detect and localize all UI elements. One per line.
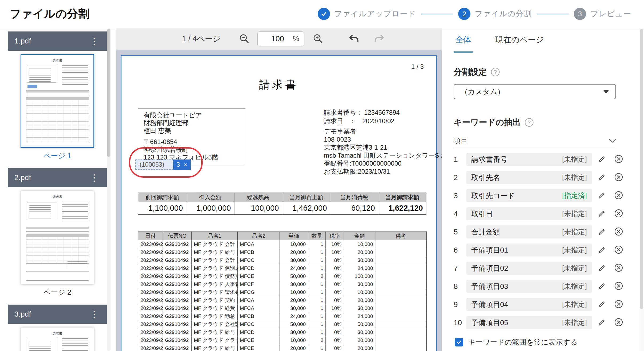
keyword-selection-text[interactable]: (100053): [135, 159, 173, 170]
undo-button[interactable]: [347, 31, 362, 46]
detail-table-cell: MFCA: [238, 240, 280, 248]
detail-table-cell: MF クラウド 契約: [192, 296, 238, 304]
keyword-extraction-help-icon[interactable]: ?: [525, 118, 533, 127]
keyword-item-clear-button[interactable]: [612, 317, 625, 329]
summary-header-cell: 当月御請求額: [378, 193, 426, 202]
tab-whole-file[interactable]: 全体: [454, 28, 473, 53]
document-page[interactable]: 1 / 3 請求書 有限会社ユートピア財務部門経理部植田 恵美〒661-0854…: [121, 55, 437, 351]
keyword-item-slot[interactable]: 合計金額 [未指定]: [466, 225, 592, 238]
keyword-item-clear-button[interactable]: [612, 280, 625, 293]
page-thumbnail[interactable]: 請求書: [21, 328, 94, 351]
keyword-item-edit-button[interactable]: [596, 280, 608, 293]
kebab-menu-icon[interactable]: ⋮: [88, 173, 100, 182]
keyword-item-edit-button[interactable]: [596, 298, 608, 311]
detail-table-cell: MFCC: [238, 320, 280, 328]
split-setting-help-icon[interactable]: ?: [491, 68, 500, 76]
mini-sender-box: [27, 202, 56, 219]
keyword-item-number: 6: [454, 246, 466, 254]
keyword-item-clear-button[interactable]: [612, 262, 625, 274]
keyword-item-status: [指定済]: [562, 191, 587, 200]
keyword-item-number: 3: [454, 192, 466, 200]
split-setting-select[interactable]: （カスタム）: [454, 84, 616, 99]
zoom-out-icon: [239, 33, 249, 45]
chevron-down-icon: [609, 137, 616, 145]
keyword-item-edit-button[interactable]: [596, 317, 608, 329]
detail-table-cell: 2023/09/22: [138, 256, 163, 264]
keyword-item-clear-button[interactable]: [612, 208, 625, 220]
summary-value-cell: 1,622,120: [378, 202, 426, 215]
keyword-item-clear-button[interactable]: [612, 153, 625, 166]
detail-table-cell: 1: [308, 344, 326, 351]
keyword-range-checkbox[interactable]: [455, 338, 463, 346]
keyword-selection[interactable]: (100053) 3 ×: [135, 159, 191, 170]
keyword-item-slot[interactable]: 予備項目04 [未指定]: [466, 298, 592, 311]
keyword-item-edit-button[interactable]: [596, 208, 608, 220]
keyword-item-slot[interactable]: 取引先コード [指定済]: [466, 189, 592, 202]
detail-table-row: 2023/09/22G2910492MF クラウド 人事管理MFCF30,000…: [138, 280, 427, 288]
keyword-item-clear-button[interactable]: [612, 171, 625, 184]
keyword-item-edit-button[interactable]: [596, 190, 608, 202]
doc-text-line: 財務部門経理部: [144, 119, 240, 127]
detail-table-cell: 20,000: [344, 336, 375, 344]
kebab-menu-icon[interactable]: ⋮: [88, 37, 100, 46]
keyword-item-edit-button[interactable]: [596, 226, 608, 238]
tab-current-page[interactable]: 現在のページ: [494, 28, 545, 53]
detail-table-cell: MF クラウド 会計: [192, 256, 238, 264]
keyword-item-status: [未指定]: [562, 209, 587, 218]
mini-document-preview: 請求書: [21, 328, 94, 351]
detail-table-cell: MF クラウド 人事管理: [192, 280, 238, 288]
keyword-item-slot[interactable]: 予備項目01 [未指定]: [466, 244, 592, 257]
keyword-item-clear-button[interactable]: [612, 226, 625, 238]
detail-table-cell: 2023/09/22: [138, 328, 163, 336]
step-preview-label: プレビュー: [590, 9, 631, 19]
keyword-item-clear-button[interactable]: [612, 298, 625, 311]
kebab-menu-icon[interactable]: ⋮: [88, 310, 100, 319]
doc-text-line: 植田 恵美: [144, 127, 240, 134]
detail-table-row: 2023/09/22G2910492MF クラウド 給与MFCD30,00010…: [138, 328, 427, 336]
detail-table-cell: 24,000: [344, 264, 375, 272]
detail-table-cell: [375, 248, 427, 256]
zoom-out-button[interactable]: [237, 31, 251, 46]
invoice-summary-table: 前回御請求額御入金額繰越残高当月御買上額当月消費税当月御請求額 1,100,00…: [138, 193, 426, 215]
keyword-selection-tag[interactable]: 3 ×: [173, 159, 191, 170]
detail-table-cell: G2910492: [163, 296, 192, 304]
keyword-item-clear-button[interactable]: [612, 244, 625, 256]
keyword-item-slot[interactable]: 予備項目03 [未指定]: [466, 280, 592, 293]
keyword-item-slot[interactable]: 取引先名 [未指定]: [466, 171, 592, 184]
window-scrollbar[interactable]: [639, 28, 644, 351]
keyword-item-edit-button[interactable]: [596, 244, 608, 256]
mini-meta-lines: [62, 202, 88, 222]
sidebar-scrollbar-thumb[interactable]: [107, 29, 110, 157]
pencil-icon: [598, 300, 606, 309]
keyword-item-edit-button[interactable]: [596, 171, 608, 184]
detail-table-cell: 0%: [326, 296, 344, 304]
keyword-list-header[interactable]: 項目: [454, 136, 616, 149]
keyword-item-slot[interactable]: 予備項目02 [未指定]: [466, 262, 592, 275]
viewer-canvas: 1 / 3 請求書 有限会社ユートピア財務部門経理部植田 恵美〒661-0854…: [116, 50, 442, 351]
keyword-item-label: 予備項目05: [471, 318, 508, 328]
keyword-item-clear-button[interactable]: [612, 190, 625, 202]
sidebar-scrollbar[interactable]: [107, 28, 111, 351]
keyword-item-label: 予備項目02: [471, 264, 508, 273]
summary-value-cell: 1,000,000: [186, 202, 234, 215]
page-thumbnail[interactable]: 請求書: [21, 54, 94, 147]
keyword-selection-close-icon[interactable]: ×: [184, 161, 187, 169]
zoom-in-button[interactable]: [311, 31, 325, 46]
redo-button[interactable]: [372, 31, 387, 46]
file-header-bar: 1.pdf ⋮: [8, 31, 107, 51]
keyword-item-slot[interactable]: 予備項目05 [未指定]: [466, 316, 592, 329]
circle-x-icon: [614, 209, 623, 219]
detail-table-cell: G2910492: [163, 320, 192, 328]
keyword-item-slot[interactable]: 請求書番号 [未指定]: [466, 153, 592, 166]
detail-table-cell: 1: [308, 280, 326, 288]
keyword-item-slot[interactable]: 取引日 [未指定]: [466, 207, 592, 220]
summary-header-row: 前回御請求額御入金額繰越残高当月御買上額当月消費税当月御請求額: [138, 193, 426, 202]
page-thumbnail[interactable]: 請求書: [21, 191, 94, 284]
keyword-item-row: 2 取引先名 [未指定]: [454, 171, 639, 184]
zoom-level-input[interactable]: [262, 34, 293, 43]
keyword-item-edit-button[interactable]: [596, 153, 608, 166]
keyword-item-list: 1 請求書番号 [未指定] 2 取引先名 [未指定]: [442, 153, 639, 329]
window-scrollbar-thumb[interactable]: [640, 29, 643, 309]
keyword-item-edit-button[interactable]: [596, 262, 608, 274]
circle-x-icon: [614, 317, 623, 328]
